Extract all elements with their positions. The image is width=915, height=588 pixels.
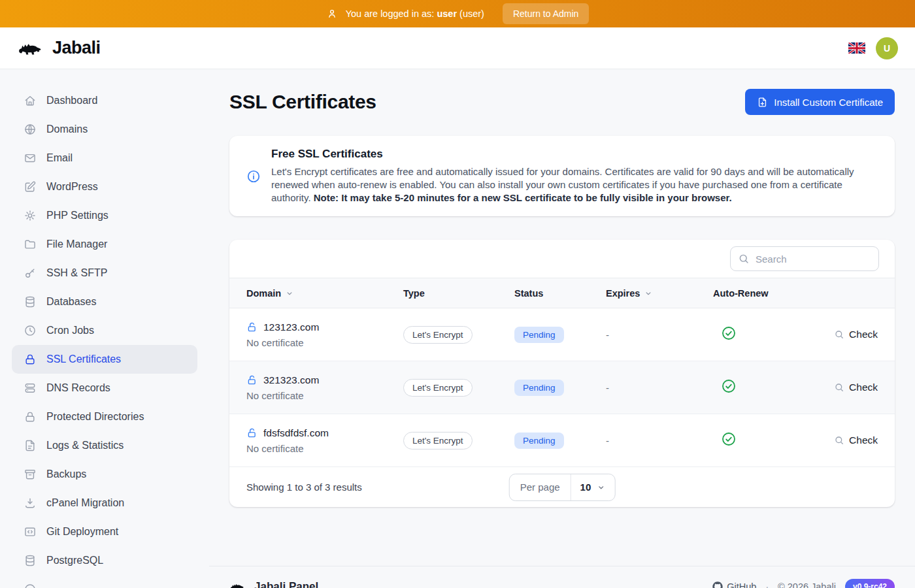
sidebar-item-protected-directories[interactable]: Protected Directories — [12, 402, 197, 431]
return-to-admin-button[interactable]: Return to Admin — [503, 3, 589, 24]
table-body: 123123.comNo certificateLet's EncryptPen… — [229, 308, 895, 467]
footer-copyright: © 2026 Jabali — [778, 581, 836, 588]
sidebar-item-backups[interactable]: Backups — [12, 460, 197, 489]
sidebar-item-label: Dashboard — [46, 95, 97, 106]
page-footer: Jabali Panel GitHub · © 2026 Jabali v0.9… — [209, 566, 915, 588]
info-icon — [246, 169, 261, 184]
sidebar-item-label: Protected Directories — [46, 411, 144, 423]
info-title: Free SSL Certificates — [271, 148, 878, 161]
per-page-select[interactable]: 10 — [571, 474, 615, 500]
search-box — [730, 246, 879, 271]
sidebar-nav: DashboardDomainsEmailWordPressPHP Settin… — [0, 69, 209, 587]
folder-icon — [24, 238, 37, 251]
sidebar-item-domains[interactable]: Domains — [12, 115, 197, 144]
install-custom-certificate-button[interactable]: Install Custom Certificate — [745, 89, 895, 115]
mail-icon — [24, 152, 37, 165]
chevron-down-icon — [644, 289, 653, 298]
per-page-label: Per page — [510, 474, 571, 500]
file-plus-icon — [757, 97, 768, 108]
chevron-down-icon — [596, 483, 605, 492]
home-icon — [24, 94, 37, 107]
domain-link[interactable]: fdsfsdfdsf.com — [246, 427, 403, 439]
version-badge: v0.9-rc42 — [845, 579, 895, 588]
user-avatar[interactable]: U — [876, 37, 898, 59]
person-icon — [326, 8, 338, 20]
domain-cell: fdsfsdfdsf.comNo certificate — [246, 427, 403, 454]
sidebar-item-file-manager[interactable]: File Manager — [12, 230, 197, 259]
type-badge: Let's Encrypt — [403, 379, 473, 397]
status-badge: Pending — [514, 380, 564, 396]
app-header: Jabali U — [0, 27, 915, 69]
brand-logo[interactable]: Jabali — [17, 37, 101, 59]
sidebar-item-cpanel-migration[interactable]: cPanel Migration — [12, 489, 197, 517]
lock-icon — [24, 410, 37, 423]
column-header-expires[interactable]: Expires — [606, 288, 713, 299]
check-button[interactable]: Check — [828, 434, 878, 446]
auto-renew-check-icon — [721, 431, 737, 447]
column-header-type: Type — [403, 288, 514, 299]
expires-value: - — [606, 329, 713, 340]
database-icon — [24, 554, 37, 567]
boar-logo-icon — [17, 37, 46, 59]
info-body: Let's Encrypt certificates are free and … — [271, 165, 878, 204]
sidebar-item-postgresql[interactable]: PostgreSQL — [12, 546, 197, 575]
github-link[interactable]: GitHub — [712, 581, 756, 588]
results-count: Showing 1 to 3 of 3 results — [246, 482, 362, 493]
gear-icon — [24, 209, 37, 222]
column-header-domain[interactable]: Domain — [246, 288, 403, 299]
per-page-control[interactable]: Per page 10 — [509, 474, 616, 501]
sidebar-item-dashboard[interactable]: Dashboard — [12, 86, 197, 115]
github-icon — [712, 581, 723, 588]
type-badge: Let's Encrypt — [403, 326, 473, 344]
domain-cell: 321323.comNo certificate — [246, 374, 403, 401]
sidebar-item-databases[interactable]: Databases — [12, 287, 197, 316]
uk-flag-icon[interactable] — [848, 42, 865, 54]
search-icon — [738, 253, 750, 265]
search-input[interactable] — [730, 246, 879, 271]
certificate-subtitle: No certificate — [246, 337, 403, 348]
sidebar-item-ssl-certificates[interactable]: SSL Certificates — [12, 345, 197, 374]
header-actions: U — [848, 37, 898, 59]
lock-open-icon — [246, 427, 258, 439]
boar-logo-icon — [229, 580, 246, 588]
domain-name: 123123.com — [263, 321, 319, 333]
sidebar-item-email[interactable]: Email — [12, 144, 197, 172]
sidebar-item-label: Backups — [46, 468, 86, 480]
sidebar-item-ssh-sftp[interactable]: SSH & SFTP — [12, 259, 197, 287]
lock-icon — [24, 353, 37, 366]
info-banner: Free SSL Certificates Let's Encrypt cert… — [229, 136, 895, 216]
impersonation-bar: You are logged in as: user (user) Return… — [0, 0, 915, 27]
auto-renew-check-icon — [721, 378, 737, 394]
table-footer: Showing 1 to 3 of 3 results Per page 10 — [229, 467, 895, 507]
sidebar-item-label: cPanel Migration — [46, 497, 124, 509]
search-icon — [834, 329, 844, 340]
type-badge: Let's Encrypt — [403, 432, 473, 449]
lock-open-icon — [246, 321, 258, 333]
search-icon — [834, 435, 844, 446]
sidebar-item-git-deployment[interactable]: Git Deployment — [12, 517, 197, 546]
code-icon — [24, 525, 37, 538]
sidebar-item-logs-statistics[interactable]: Logs & Statistics — [12, 431, 197, 460]
sidebar-item-label: Domains — [46, 123, 88, 135]
status-badge: Pending — [514, 327, 564, 343]
sidebar-item-label: Cron Jobs — [46, 325, 94, 336]
sidebar-item-hidden[interactable] — [12, 575, 197, 588]
certificate-subtitle: No certificate — [246, 390, 403, 401]
check-button[interactable]: Check — [828, 382, 878, 393]
table-row: 321323.comNo certificateLet's EncryptPen… — [229, 361, 895, 414]
circle-icon — [24, 583, 37, 588]
domain-link[interactable]: 321323.com — [246, 374, 403, 386]
check-button[interactable]: Check — [828, 329, 878, 340]
sidebar-item-label: SSL Certificates — [46, 353, 121, 365]
database-icon — [24, 295, 37, 308]
sidebar-item-cron-jobs[interactable]: Cron Jobs — [12, 316, 197, 345]
sidebar-item-wordpress[interactable]: WordPress — [12, 172, 197, 201]
expires-value: - — [606, 382, 713, 393]
clock-icon — [24, 324, 37, 337]
status-badge: Pending — [514, 433, 564, 449]
sidebar-item-dns-records[interactable]: DNS Records — [12, 374, 197, 402]
domain-link[interactable]: 123123.com — [246, 321, 403, 333]
download-icon — [24, 497, 37, 510]
sidebar-item-php-settings[interactable]: PHP Settings — [12, 201, 197, 230]
table-row: fdsfsdfdsf.comNo certificateLet's Encryp… — [229, 414, 895, 467]
